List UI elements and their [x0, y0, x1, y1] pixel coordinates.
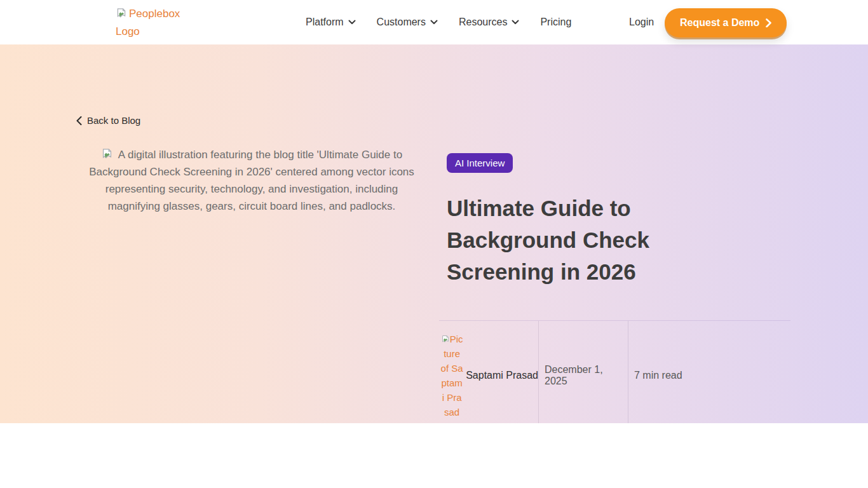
content-section [0, 423, 868, 488]
nav-label: Platform [306, 17, 344, 28]
nav-label: Customers [377, 17, 426, 28]
nav-label: Resources [459, 17, 507, 28]
login-link[interactable]: Login [629, 0, 654, 44]
publish-date: December 1, 2025 [539, 321, 628, 430]
nav-label: Pricing [540, 17, 571, 28]
author-block: Picture of Saptami Prasad Saptami Prasad [439, 321, 538, 430]
category-badge[interactable]: AI Interview [447, 153, 513, 173]
main-nav: Platform Customers Resources Pricing [306, 0, 571, 44]
featured-image-broken: A digital illustration featuring the blo… [78, 146, 425, 215]
hero-section: Back to Blog A digital illustration feat… [0, 44, 868, 423]
chevron-down-icon [348, 20, 356, 25]
author-avatar-broken: Picture of Saptami Prasad [440, 332, 463, 419]
author-avatar-alt-text: Picture of Saptami Prasad [441, 334, 463, 417]
broken-image-icon [116, 8, 127, 19]
featured-image-alt-text: A digital illustration featuring the blo… [89, 149, 414, 212]
author-name: Saptami Prasad [466, 370, 538, 381]
chevron-right-icon [766, 18, 771, 27]
back-to-blog-link[interactable]: Back to Blog [76, 115, 140, 126]
nav-item-resources[interactable]: Resources [459, 17, 519, 28]
request-demo-label: Request a Demo [680, 17, 759, 29]
nav-item-pricing[interactable]: Pricing [540, 17, 571, 28]
chevron-down-icon [430, 20, 438, 25]
nav-item-customers[interactable]: Customers [377, 17, 438, 28]
broken-image-icon [441, 335, 450, 344]
read-time: 7 min read [628, 321, 682, 430]
broken-image-icon [101, 148, 113, 160]
chevron-left-icon [76, 116, 82, 125]
request-demo-button[interactable]: Request a Demo [665, 8, 787, 37]
chevron-down-icon [512, 20, 519, 25]
nav-item-platform[interactable]: Platform [306, 17, 356, 28]
article-title: Ultimate Guide to Background Check Scree… [447, 193, 707, 288]
article-meta: Picture of Saptami Prasad Saptami Prasad… [439, 320, 790, 430]
logo-link[interactable]: Peoplebox Logo [116, 5, 187, 41]
back-to-blog-label: Back to Blog [87, 115, 140, 126]
site-header: Peoplebox Logo Platform Customers Resour… [0, 0, 868, 44]
